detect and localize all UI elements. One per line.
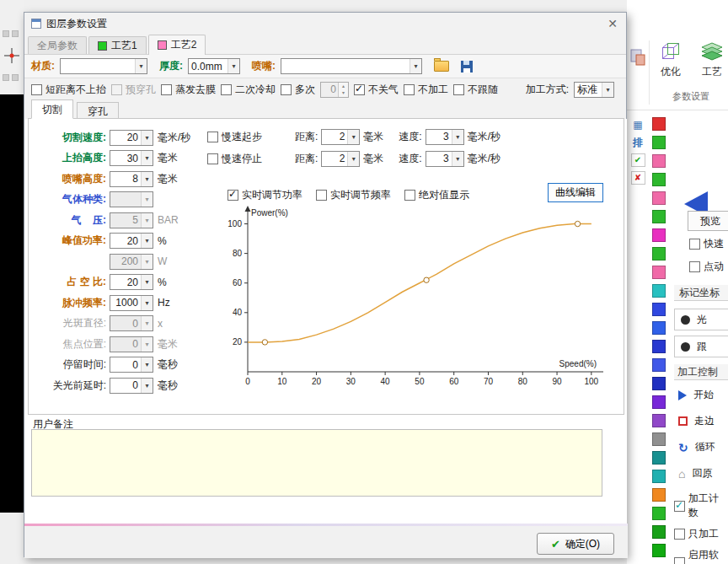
checkbox-box[interactable] (281, 84, 292, 95)
checkbox[interactable]: 启用软件 (674, 548, 728, 564)
palette-swatch[interactable] (652, 303, 666, 316)
checkbox-box[interactable] (689, 239, 700, 250)
checkbox-box[interactable] (207, 153, 218, 164)
palette-swatch[interactable] (652, 117, 666, 131)
checkbox-box[interactable] (674, 529, 685, 540)
tab-process-1[interactable]: 工艺1 (88, 36, 147, 54)
indicator-button[interactable]: 跟 (674, 336, 728, 357)
optimize-button[interactable]: 优化 (651, 40, 690, 89)
dropdown[interactable]: 0▾ (110, 357, 153, 373)
checkbox[interactable]: ✓不关气 (354, 83, 399, 97)
control-button-play[interactable]: 开始 (674, 384, 728, 406)
tab-pierce[interactable]: 穿孔 (77, 102, 119, 119)
palette-swatch[interactable] (652, 395, 666, 409)
palette-swatch[interactable] (652, 358, 666, 372)
palette-swatch[interactable] (652, 470, 666, 483)
ok-button[interactable]: ✔ 确定(O) (537, 533, 614, 555)
drawing-canvas[interactable] (0, 94, 24, 513)
curve-edit-button[interactable]: 曲线编辑 (548, 183, 603, 202)
toolbar-icon[interactable] (12, 74, 19, 81)
checkbox-box[interactable] (111, 84, 122, 95)
palette-swatch[interactable] (652, 136, 666, 149)
toolbar-icon[interactable] (3, 74, 9, 81)
palette-swatch[interactable] (652, 154, 666, 168)
checkbox-box[interactable] (207, 132, 218, 142)
indicator-button[interactable]: 光 (674, 309, 728, 330)
checkbox-box[interactable] (404, 84, 415, 95)
palette-swatch[interactable] (652, 228, 666, 242)
palette-swatch[interactable] (652, 321, 666, 335)
checkbox[interactable]: 不加工 (404, 83, 448, 97)
palette-swatch[interactable] (652, 191, 666, 205)
control-button-frame[interactable]: 走边 (674, 411, 728, 432)
tab-global-params[interactable]: 全局参数 (28, 36, 87, 54)
checkbox-box[interactable] (161, 84, 172, 95)
cancel-icon[interactable]: ✘ (631, 171, 645, 185)
palette-swatch[interactable] (652, 488, 666, 502)
palette-swatch[interactable] (652, 544, 666, 557)
palette-swatch[interactable] (652, 377, 666, 390)
checkbox-box[interactable] (674, 557, 685, 564)
palette-swatch[interactable] (652, 247, 666, 261)
checkbox[interactable]: 只加工 (674, 527, 728, 541)
palette-swatch[interactable] (652, 507, 666, 520)
dropdown[interactable]: 20▾ (110, 130, 153, 146)
palette-swatch[interactable] (652, 414, 666, 427)
checkbox[interactable]: 预穿孔 (111, 83, 156, 97)
checkbox-box[interactable] (404, 190, 415, 201)
preview-button[interactable]: 预览 (688, 211, 728, 231)
arrange-icon[interactable]: 排 (633, 136, 643, 149)
dropdown[interactable]: 2▾ (321, 129, 360, 145)
tab-cut[interactable]: 切割 (31, 99, 73, 119)
checkbox[interactable]: 实时调节频率 (316, 188, 391, 202)
checkbox[interactable]: 不跟随 (453, 83, 498, 97)
thickness-dropdown[interactable]: 0.0mm ▾ (188, 58, 240, 74)
dropdown[interactable]: 0▾ (110, 378, 153, 394)
dropdown[interactable]: 标准▾ (574, 82, 614, 98)
grid-icon[interactable]: ▦ (633, 118, 642, 132)
material-dropdown[interactable]: ▾ (60, 58, 147, 74)
checkbox-box[interactable]: ✓ (228, 190, 238, 201)
checkbox[interactable]: 绝对值显示 (404, 188, 469, 202)
dropdown[interactable]: 20▾ (110, 274, 153, 290)
checkbox-box[interactable] (453, 84, 464, 95)
palette-swatch[interactable] (652, 432, 666, 446)
dropdown[interactable]: 8▾ (110, 171, 153, 187)
user-notes-input[interactable] (31, 429, 602, 497)
dropdown[interactable]: 1000▾ (110, 295, 153, 311)
crosshair-icon[interactable] (3, 47, 20, 64)
checkbox[interactable]: ✓实时调节功率 (228, 188, 302, 202)
palette-swatch[interactable] (652, 173, 666, 186)
process-button[interactable]: 工艺 (693, 40, 728, 89)
toolbar-icon[interactable] (3, 30, 9, 37)
checkbox-box[interactable]: ✓ (354, 84, 365, 95)
checkbox-box[interactable]: ✓ (674, 501, 685, 512)
toolbar-icon[interactable] (12, 30, 19, 37)
palette-swatch[interactable] (652, 284, 666, 298)
checkbox[interactable]: ✓加工计数 (674, 491, 728, 520)
checkbox-box[interactable] (31, 84, 42, 95)
dropdown[interactable]: 3▾ (426, 129, 464, 145)
control-button-return[interactable]: ⌂回原 (674, 463, 728, 484)
checkbox[interactable]: 快速 (689, 237, 724, 251)
checkbox[interactable]: 慢速起步 (207, 130, 262, 144)
dropdown[interactable]: 3▾ (426, 151, 464, 167)
apply-icon[interactable]: ✔ (631, 153, 645, 167)
palette-swatch[interactable] (652, 266, 666, 279)
checkbox-box[interactable] (221, 84, 232, 95)
open-folder-icon[interactable] (434, 61, 449, 72)
palette-swatch[interactable] (652, 451, 666, 465)
control-button-loop[interactable]: ↻循环 (674, 437, 728, 458)
palette-swatch[interactable] (652, 340, 666, 353)
tab-process-2[interactable]: 工艺2 (148, 35, 206, 55)
checkbox[interactable]: 二次冷却 (221, 83, 276, 97)
dropdown[interactable]: 30▾ (110, 150, 153, 166)
checkbox-box[interactable] (316, 190, 327, 201)
palette-swatch[interactable] (652, 210, 666, 223)
checkbox-box[interactable] (689, 261, 700, 272)
dropdown[interactable]: 20▾ (110, 233, 153, 249)
checkbox[interactable]: 蒸发去膜 (161, 83, 216, 97)
dialog-titlebar[interactable]: 图层参数设置 ✕ (24, 13, 626, 35)
checkbox[interactable]: 短距离不上抬 (31, 83, 106, 97)
nozzle-dropdown[interactable]: ▾ (281, 58, 422, 74)
